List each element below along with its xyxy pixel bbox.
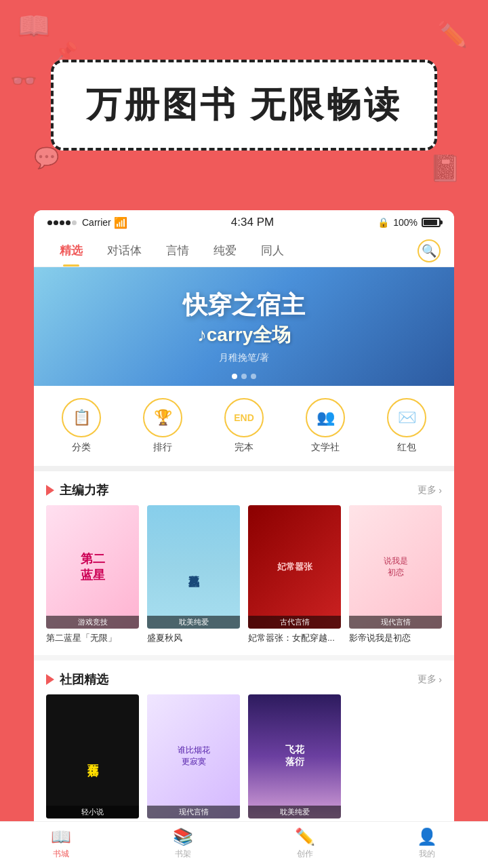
classify-label: 分类 — [72, 441, 91, 454]
nav-create[interactable]: ✏️ 创作 — [244, 827, 366, 860]
community-section-header: 社团精选 更多 › — [34, 660, 454, 694]
complete-icon: END — [224, 398, 264, 437]
search-icon: 🔍 — [422, 243, 436, 258]
editor-book-4[interactable]: 说我是初恋 现代言情 影帝说我是初恋 — [349, 505, 442, 644]
banner-dot-1 — [232, 374, 237, 379]
banner-pagination — [232, 374, 256, 379]
literary-label: 文学社 — [311, 441, 340, 454]
bookstore-icon: 📖 — [51, 827, 71, 846]
bookstore-label: 书城 — [53, 848, 69, 860]
tab-featured[interactable]: 精选 — [47, 235, 95, 267]
community-chevron-icon: › — [439, 674, 442, 685]
nav-bookshelf[interactable]: 📚 书架 — [122, 827, 244, 860]
editor-book-1-tag: 游戏竞技 — [46, 616, 139, 629]
community-more-text: 更多 — [418, 673, 436, 686]
editor-cover-inner-3: 妃常嚣张 — [248, 505, 341, 629]
editor-book-3-cover: 妃常嚣张 古代言情 — [248, 505, 341, 629]
deco-pencil: ✏️ — [437, 20, 468, 49]
tab-romance[interactable]: 言情 — [154, 235, 201, 267]
hero-text: 万册图书 无限畅读 — [86, 85, 402, 124]
top-decoration: 📖 ✏️ 👓 📓 📌 💬 万册图书 无限畅读 — [0, 0, 488, 210]
editor-more-text: 更多 — [418, 484, 436, 496]
editor-book-1[interactable]: 第二蓝星 游戏竞技 第二蓝星「无限」 — [46, 505, 139, 644]
category-section: 📋 分类 🏆 排行 END 完本 👥 文学社 ✉️ 红包 — [34, 386, 454, 471]
tab-fanfic[interactable]: 同人 — [249, 235, 296, 267]
ranking-label: 排行 — [153, 441, 172, 454]
community-book-3-cover: 飞花落衍 耽美纯爱 — [248, 694, 341, 818]
category-classify[interactable]: 📋 分类 — [62, 398, 101, 454]
editor-book-2[interactable]: 秋盛风夏 耽美纯爱 盛夏秋风 — [147, 505, 240, 644]
category-literary[interactable]: 👥 文学社 — [306, 398, 345, 454]
editor-book-4-tag: 现代言情 — [349, 616, 442, 629]
editor-book-3[interactable]: 妃常嚣张 古代言情 妃常嚣张：女配穿越... — [248, 505, 341, 644]
nav-tabs: 精选 对话体 言情 纯爱 同人 🔍 — [34, 235, 454, 267]
lock-icon: 🔒 — [378, 217, 389, 228]
battery-fill — [424, 220, 437, 225]
editor-section-title: 主编力荐 — [46, 482, 108, 498]
community-book-2-tag: 现代言情 — [147, 806, 240, 818]
mine-label: 我的 — [419, 848, 435, 860]
deco-speech: 💬 — [34, 146, 59, 170]
nav-mine[interactable]: 👤 我的 — [366, 827, 488, 860]
category-ranking[interactable]: 🏆 排行 — [143, 398, 182, 454]
mine-icon: 👤 — [417, 827, 437, 846]
dot-5 — [72, 220, 77, 225]
deco-notebook: 📓 — [429, 153, 461, 183]
editor-section-header: 主编力荐 更多 › — [34, 471, 454, 505]
signal-strength — [47, 220, 77, 225]
community-book-1-tag: 轻小说 — [46, 806, 139, 818]
dot-3 — [60, 220, 64, 225]
status-right: 🔒 100% — [378, 217, 441, 228]
banner-dot-3 — [251, 374, 256, 379]
editor-cover-inner-2: 秋盛风夏 — [147, 505, 240, 629]
community-book-3[interactable]: 飞花落衍 耽美纯爱 飞花落衍 — [248, 694, 341, 833]
hero-banner[interactable]: 快穿之宿主 ♪carry全场 月稚挽笔/著 — [34, 267, 454, 386]
editor-more-button[interactable]: 更多 › — [418, 484, 442, 496]
create-icon: ✏️ — [295, 827, 315, 846]
tab-dialogue[interactable]: 对话体 — [95, 235, 154, 267]
status-time: 4:34 PM — [231, 216, 274, 229]
community-cover-inner-1: 百年花店 — [46, 694, 139, 818]
category-complete[interactable]: END 完本 — [224, 398, 264, 454]
hero-banner-box: 万册图书 无限畅读 — [51, 60, 437, 151]
editor-book-1-cover: 第二蓝星 游戏竞技 — [46, 505, 139, 629]
community-section: 社团精选 更多 › 百年花店 轻小说 百年花店 — [34, 660, 454, 844]
community-section-title: 社团精选 — [46, 671, 108, 688]
community-cover-inner-2: 谁比烟花更寂寞 — [147, 694, 240, 818]
bookshelf-icon: 📚 — [173, 827, 193, 846]
nav-bookstore[interactable]: 📖 书城 — [0, 827, 122, 860]
create-label: 创作 — [297, 848, 313, 860]
community-book-2-cover: 谁比烟花更寂寞 现代言情 — [147, 694, 240, 818]
community-book-1-cover: 百年花店 轻小说 — [46, 694, 139, 818]
carrier-label: Carrier — [82, 217, 111, 228]
dot-1 — [47, 220, 52, 225]
category-redpacket[interactable]: ✉️ 红包 — [387, 398, 426, 454]
editor-book-2-title: 盛夏秋风 — [147, 632, 240, 644]
complete-label: 完本 — [235, 441, 253, 454]
deco-glasses: 👓 — [10, 68, 37, 94]
tab-pure-love[interactable]: 纯爱 — [201, 235, 249, 267]
editor-arrow-icon — [46, 485, 54, 496]
phone-frame: Carrier 📶 4:34 PM 🔒 100% 精选 对话体 言情 纯爱 同人… — [34, 210, 454, 868]
editor-book-3-tag: 古代言情 — [248, 616, 341, 629]
status-left: Carrier 📶 — [47, 216, 127, 229]
community-title-text: 社团精选 — [60, 671, 108, 688]
community-more-button[interactable]: 更多 › — [418, 673, 442, 686]
battery-icon — [422, 218, 441, 227]
community-book-2[interactable]: 谁比烟花更寂寞 现代言情 谁比烟花更 — [147, 694, 240, 833]
ranking-icon: 🏆 — [143, 398, 182, 437]
community-book-1[interactable]: 百年花店 轻小说 百年花店 — [46, 694, 139, 833]
dot-2 — [54, 220, 58, 225]
banner-subtitle: ♪carry全场 — [183, 322, 305, 348]
editor-cover-inner-1: 第二蓝星 — [46, 505, 139, 629]
redpacket-icon: ✉️ — [387, 398, 426, 437]
community-book-3-tag: 耽美纯爱 — [248, 806, 341, 818]
editor-book-2-tag: 耽美纯爱 — [147, 616, 240, 629]
battery-percent: 100% — [393, 217, 418, 228]
status-bar: Carrier 📶 4:34 PM 🔒 100% — [34, 210, 454, 235]
banner-author: 月稚挽笔/著 — [183, 352, 305, 364]
bookshelf-label: 书架 — [175, 848, 191, 860]
literary-icon: 👥 — [306, 398, 345, 437]
banner-content: 快穿之宿主 ♪carry全场 月稚挽笔/著 — [183, 289, 305, 364]
search-button[interactable]: 🔍 — [418, 239, 441, 262]
